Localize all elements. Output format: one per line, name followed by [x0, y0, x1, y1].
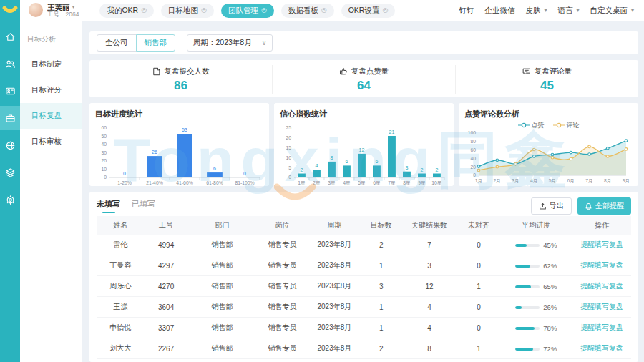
user-info[interactable]: 王芙丽 ▾ 工号：2064	[29, 3, 79, 19]
remind-fill-link[interactable]: 提醒填写复盘	[580, 344, 623, 352]
cell-position: 销售专员	[257, 318, 308, 338]
gear-icon	[5, 195, 16, 205]
nav-tab-1[interactable]: 目标地图◎	[161, 4, 214, 18]
sidebar-item-1[interactable]: 目标评分	[20, 77, 82, 103]
rail-item-gear[interactable]	[0, 187, 20, 212]
column-header-3: 岗位	[257, 216, 308, 235]
nav-tab-2[interactable]: 团队管理◎	[221, 4, 274, 18]
cell-progress: 65%	[500, 276, 572, 297]
svg-text:8: 8	[331, 155, 333, 160]
topbar-link-label: 语言	[557, 6, 572, 16]
remind-fill-link[interactable]: 提醒填写复盘	[580, 261, 623, 269]
bell-icon	[585, 202, 592, 210]
svg-text:2: 2	[301, 167, 303, 172]
stat-value: 64	[357, 79, 371, 93]
rail-item-home[interactable]	[0, 24, 20, 49]
cell-id: 3307	[145, 359, 187, 362]
org-segment-0[interactable]: 全公司	[97, 34, 137, 52]
table-row: 申怡悦3307销售部销售专员2023年8月14078%提醒填写复盘	[97, 359, 631, 362]
user-avatar[interactable]	[29, 3, 43, 17]
icon-rail	[0, 0, 20, 362]
progress-indicator: 26%	[515, 303, 557, 311]
stat-label: 复盘提交人数	[165, 67, 210, 77]
cell-action: 提醒填写复盘	[572, 359, 631, 362]
secondary-sidebar: 目标分析 目标制定目标评分目标复盘目标审核	[20, 21, 82, 362]
remind-fill-link[interactable]: 提醒填写复盘	[580, 282, 623, 290]
svg-text:2星: 2星	[313, 180, 321, 185]
user-meta: 王芙丽 ▾ 工号：2064	[47, 3, 79, 19]
column-header-5: 目标数	[361, 216, 401, 235]
rail-item-layers[interactable]	[0, 160, 20, 185]
cell-period: 2023年8月	[308, 359, 361, 362]
remind-all-button[interactable]: 全部提醒	[577, 197, 631, 215]
topbar-link-0[interactable]: 钉钉	[459, 6, 474, 16]
progress-indicator: 65%	[515, 283, 557, 290]
remind-fill-link[interactable]: 提醒填写复盘	[580, 323, 623, 331]
rail-item-globe[interactable]	[0, 133, 20, 157]
sidebar-section-title: 目标分析	[20, 30, 82, 52]
remind-all-label: 全部提醒	[595, 201, 624, 211]
cell-goals: 1	[361, 297, 401, 318]
cell-dept: 销售部	[187, 255, 257, 276]
topbar-links: 钉钉企业微信皮肤▾语言▾自定义桌面▾	[459, 6, 634, 16]
stat-label: 复盘评论量	[535, 67, 572, 77]
svg-text:81-100%: 81-100%	[235, 180, 254, 185]
layers-icon	[5, 167, 16, 178]
nav-tab-3[interactable]: 数据看板◎	[281, 4, 334, 18]
svg-text:80: 80	[470, 139, 476, 144]
target-icon: ◎	[141, 7, 147, 14]
legend-item-1[interactable]: 评论	[553, 121, 580, 130]
rail-item-team[interactable]	[0, 52, 20, 76]
cell-period: 2023年8月	[308, 255, 361, 276]
period-dropdown[interactable]: 周期：2023年8月 ∨	[187, 34, 273, 52]
progress-percent: 78%	[543, 324, 557, 332]
sidebar-item-3[interactable]: 目标审核	[20, 129, 82, 155]
line-chart: 0204060801001月2月3月4月5月6月7月8月9月	[464, 129, 632, 184]
topbar-link-1[interactable]: 企业微信	[484, 6, 514, 16]
divider	[89, 5, 89, 16]
sidebar-item-0[interactable]: 目标制定	[20, 52, 82, 77]
org-segment-1[interactable]: 销售部	[136, 34, 176, 52]
topbar-link-2[interactable]: 皮肤▾	[525, 6, 547, 16]
rail-item-briefcase[interactable]	[0, 106, 20, 130]
table-row: 刘大大2267销售部销售专员2023年8月28172%提醒填写复盘	[97, 338, 631, 359]
table-tab-0[interactable]: 未填写	[97, 199, 120, 213]
legend-item-0[interactable]: 点赞	[518, 121, 545, 130]
progress-track	[515, 285, 540, 288]
remind-fill-link[interactable]: 提醒填写复盘	[580, 240, 623, 248]
like-icon	[339, 67, 348, 76]
nav-tab-0[interactable]: 我的OKR◎	[99, 4, 154, 18]
topbar-link-3[interactable]: 语言▾	[557, 6, 579, 16]
nav-tab-4[interactable]: OKR设置◎	[341, 4, 396, 18]
cell-name: 丁曼容	[97, 255, 145, 276]
progress-fill	[515, 306, 522, 309]
svg-text:2: 2	[436, 167, 439, 172]
app-logo[interactable]	[0, 0, 20, 21]
table-tab-1[interactable]: 已填写	[132, 199, 155, 213]
export-button[interactable]: 导出	[531, 197, 572, 215]
table-row: 王漾3604销售部销售专员2023年8月14026%提醒填写复盘	[97, 297, 631, 318]
topbar-link-4[interactable]: 自定义桌面▾	[590, 6, 634, 16]
progress-fill	[515, 265, 530, 268]
svg-text:6: 6	[376, 159, 379, 164]
rail-item-id-card[interactable]	[0, 79, 20, 103]
column-header-8: 平均进度	[500, 216, 572, 235]
svg-text:3: 3	[406, 165, 409, 170]
remind-fill-link[interactable]: 提醒填写复盘	[580, 303, 623, 310]
column-header-1: 工号	[145, 216, 187, 235]
svg-text:53: 53	[182, 127, 187, 132]
cell-goals: 1	[361, 255, 401, 276]
svg-text:10: 10	[286, 155, 291, 160]
sidebar-item-2[interactable]: 目标复盘	[20, 103, 82, 129]
main-content: 全公司销售部 周期：2023年8月 ∨ 复盘提交人数86复盘点赞量64复盘评论量…	[82, 21, 644, 362]
briefcase-icon	[5, 113, 16, 124]
cell-key_results: 4	[401, 318, 457, 338]
cell-period: 2023年8月	[308, 235, 361, 255]
progress-percent: 62%	[543, 262, 557, 270]
stat-value: 45	[540, 79, 554, 93]
svg-text:6: 6	[346, 159, 348, 164]
svg-text:0: 0	[288, 175, 291, 180]
progress-indicator: 78%	[515, 324, 557, 332]
svg-text:50: 50	[101, 134, 107, 139]
charts-row: 目标进度统计010203040506001-20%2621-40%5341-60…	[89, 103, 638, 186]
